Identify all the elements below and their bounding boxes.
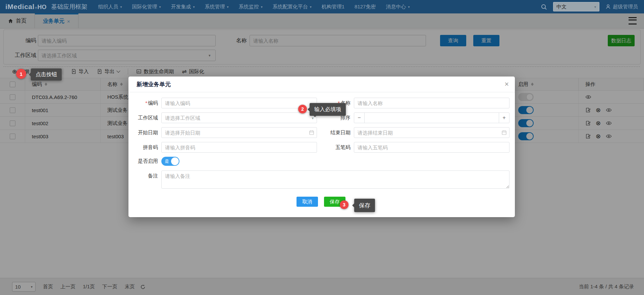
nav-item-1[interactable]: 组织人员▾: [98, 4, 122, 10]
search-icon[interactable]: [541, 4, 547, 10]
language-value: 中文: [556, 4, 567, 10]
nav-item-label: 系统管理: [205, 4, 225, 10]
pinyin-label: 拼音码: [132, 144, 161, 151]
add-business-unit-modal: 新增业务单元 × *编码 *名称 工作区域 ▾ 排序 − + 开始日期: [128, 77, 515, 217]
nav-item-7[interactable]: 机构管理1: [322, 4, 344, 10]
wubi-input[interactable]: [354, 142, 509, 153]
modal-title: 新增业务单元: [137, 81, 171, 88]
guide-step-1-badge[interactable]: 1: [16, 69, 26, 79]
chevron-down-icon: ▾: [120, 5, 122, 9]
calendar-icon: [309, 130, 314, 135]
cancel-button[interactable]: 取消: [297, 197, 318, 207]
nav-item-label: 国际化管理: [132, 4, 157, 10]
nav-item-label: 系统监控: [239, 4, 259, 10]
name-input[interactable]: [354, 98, 509, 108]
remark-textarea[interactable]: [161, 170, 509, 189]
guide-step-2-badge[interactable]: 2: [298, 105, 307, 113]
user-name: 超级管理员: [613, 4, 638, 10]
top-nav: iMedical®HO 基础应用框架 组织人员▾国际化管理▾开发集成▾系统管理▾…: [0, 0, 644, 13]
code-input[interactable]: [161, 98, 317, 108]
app-title: 基础应用框架: [51, 3, 88, 11]
modal-header: 新增业务单元 ×: [128, 77, 515, 92]
logo-reg-mark: ®: [35, 6, 37, 10]
end-date-input[interactable]: [354, 127, 509, 138]
chevron-down-icon: ▾: [594, 5, 596, 9]
app: { "icons": {"caret_down": "▾", "circle_p…: [0, 0, 644, 295]
sort-stepper: − +: [354, 112, 509, 123]
nav-item-label: 开发集成: [171, 4, 191, 10]
pinyin-input[interactable]: [161, 142, 317, 153]
nav-right: 中文 ▾ 超级管理员: [541, 2, 638, 11]
chevron-down-icon: ▾: [227, 5, 229, 9]
nav-item-2[interactable]: 国际化管理▾: [132, 4, 161, 10]
remark-label: 备注: [132, 170, 161, 181]
toggle-knob: [171, 157, 179, 165]
nav-item-5[interactable]: 系统监控▾: [239, 4, 263, 10]
user-icon: [605, 4, 611, 9]
user-menu[interactable]: 超级管理员: [605, 4, 638, 10]
sort-input[interactable]: [364, 112, 499, 123]
enabled-label: 是否启用: [132, 158, 161, 164]
workzone-select[interactable]: [161, 112, 317, 123]
logo-product: HO: [38, 4, 47, 11]
enabled-toggle[interactable]: 是: [161, 157, 179, 166]
chevron-down-icon: ▾: [193, 5, 195, 9]
nav-item-label: 消息中心: [386, 4, 406, 10]
guide-step-2-tooltip: 输入必填项: [310, 103, 346, 116]
stepper-minus-button[interactable]: −: [354, 112, 365, 123]
nav-menu: 组织人员▾国际化管理▾开发集成▾系统管理▾系统监控▾系统配置化平台▾机构管理18…: [98, 4, 410, 10]
nav-item-3[interactable]: 开发集成▾: [171, 4, 195, 10]
guide-step-3-badge[interactable]: 3: [340, 200, 348, 209]
logo-text: iMedical: [5, 3, 35, 11]
chevron-down-icon: ▾: [261, 5, 263, 9]
nav-item-label: 机构管理1: [322, 4, 344, 10]
chevron-down-icon: ▾: [310, 5, 312, 9]
modal-footer: 取消 保存: [132, 197, 509, 207]
start-date-label: 开始日期: [132, 130, 161, 136]
app-logo: iMedical®HO: [5, 3, 47, 11]
code-label: 编码: [148, 100, 158, 106]
nav-item-6[interactable]: 系统配置化平台▾: [273, 4, 312, 10]
start-date-input[interactable]: [161, 127, 317, 138]
close-icon[interactable]: ×: [504, 81, 509, 88]
language-select[interactable]: 中文 ▾: [553, 2, 599, 11]
guide-step-3-tooltip: 保存: [354, 199, 375, 212]
wubi-label: 五笔码: [317, 144, 354, 151]
nav-item-4[interactable]: 系统管理▾: [205, 4, 229, 10]
stepper-plus-button[interactable]: +: [499, 112, 509, 123]
nav-item-label: 组织人员: [98, 4, 118, 10]
chevron-down-icon: ▾: [408, 5, 410, 9]
nav-item-9[interactable]: 消息中心▾: [386, 4, 410, 10]
guide-step-1-tooltip: 点击按钮: [31, 68, 62, 81]
calendar-icon: [501, 130, 507, 135]
nav-item-label: 系统配置化平台: [273, 4, 308, 10]
chevron-down-icon: ▾: [159, 5, 161, 9]
end-date-label: 结束日期: [317, 130, 354, 136]
nav-item-label: 8127免密: [355, 4, 376, 10]
required-mark: *: [145, 100, 147, 106]
workzone-label: 工作区域: [132, 115, 161, 121]
toggle-on-text: 是: [165, 158, 169, 164]
nav-item-8[interactable]: 8127免密: [355, 4, 376, 10]
